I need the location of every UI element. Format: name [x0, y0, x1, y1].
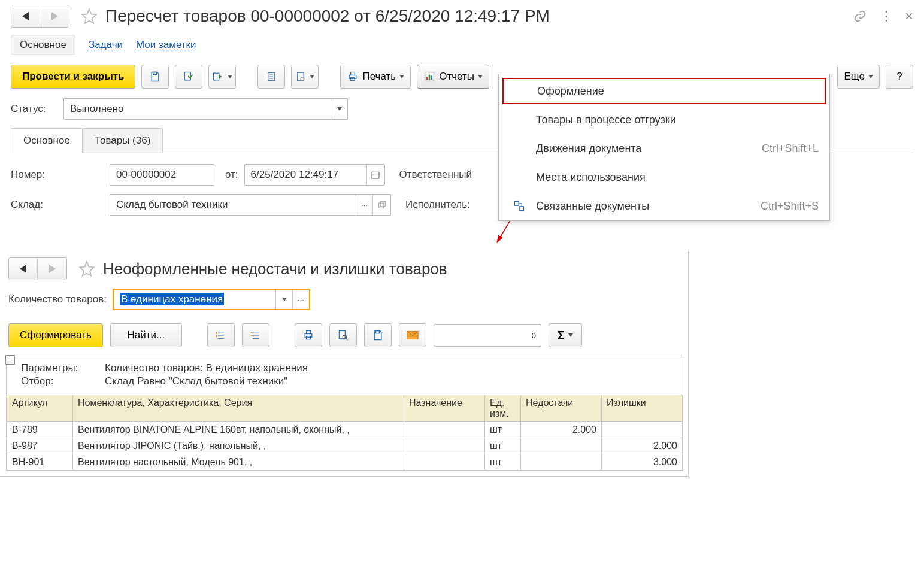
- kebab-icon[interactable]: ⋮: [880, 8, 892, 24]
- structure-button[interactable]: [257, 65, 285, 89]
- report-params-box: Параметры: Количество товаров: В единица…: [7, 356, 683, 395]
- favorite-star-icon[interactable]: [80, 7, 98, 25]
- help-button[interactable]: ?: [886, 65, 913, 89]
- chevron-down-icon[interactable]: [275, 290, 292, 309]
- dd-label: Связанные документы: [536, 200, 649, 213]
- print-report-button[interactable]: [295, 323, 322, 347]
- th-nomenclature: Номенклатура, Характеристика, Серия: [73, 395, 404, 422]
- post-button[interactable]: [175, 65, 202, 89]
- page-tab-goods[interactable]: Товары (36): [82, 128, 163, 153]
- preview-button[interactable]: [329, 323, 357, 347]
- date-field[interactable]: 6/25/2020 12:49:17: [244, 164, 385, 186]
- cell-surplus: 3.000: [602, 454, 683, 471]
- table-row[interactable]: В-789 Вентилятор BINATONE ALPINE 160вт, …: [7, 422, 683, 438]
- cell-article: В-987: [7, 438, 73, 454]
- close-icon[interactable]: ×: [905, 8, 913, 25]
- page-tab-main[interactable]: Основное: [11, 128, 83, 153]
- collapse-levels-button[interactable]: [242, 323, 269, 347]
- table-row[interactable]: ВН-901 Вентилятор настольный, Модель 901…: [7, 454, 683, 471]
- at-label: от:: [225, 169, 238, 181]
- view-tabs: Основное Задачи Мои заметки: [0, 28, 924, 65]
- cell-shortage: 2.000: [521, 422, 602, 438]
- svg-rect-14: [429, 75, 431, 80]
- dd-item-shipping-goods[interactable]: Товары в процессе отгрузки: [499, 105, 829, 134]
- post-and-close-button[interactable]: Провести и закрыть: [11, 65, 135, 89]
- cell-article: В-789: [7, 422, 73, 438]
- forward-button-2[interactable]: [38, 258, 66, 280]
- link-icon[interactable]: [853, 10, 867, 23]
- svg-rect-19: [380, 202, 385, 207]
- cell-surplus: [602, 422, 683, 438]
- sum-button[interactable]: Σ: [549, 323, 582, 347]
- document-header: Пересчет товаров 00-00000002 от 6/25/202…: [0, 0, 924, 28]
- view-tab-tasks[interactable]: Задачи: [89, 39, 123, 51]
- svg-line-28: [346, 339, 348, 341]
- cell-unit: шт: [485, 438, 521, 454]
- ellipsis-icon[interactable]: ···: [356, 195, 372, 215]
- qty-label: Количество товаров:: [8, 293, 107, 305]
- dd-shortcut: Ctrl+Shift+S: [761, 200, 819, 213]
- svg-rect-21: [520, 207, 524, 211]
- th-article: Артикул: [7, 395, 73, 422]
- save-report-button[interactable]: [364, 323, 392, 347]
- svg-rect-13: [426, 77, 428, 80]
- status-select[interactable]: Выполнено: [63, 98, 348, 120]
- table-row[interactable]: В-987 Вентилятор JIPONIC (Тайв.), наполь…: [7, 438, 683, 454]
- collapse-toggle[interactable]: –: [5, 355, 15, 365]
- more-button[interactable]: Еще: [837, 65, 880, 89]
- back-button[interactable]: [11, 5, 40, 27]
- dd-item-design[interactable]: Оформление: [502, 78, 826, 104]
- reports-button[interactable]: Отчеты: [417, 65, 489, 89]
- open-icon[interactable]: [372, 195, 390, 215]
- cell-unit: шт: [485, 454, 521, 471]
- reports-dropdown: Оформление Товары в процессе отгрузки Дв…: [498, 74, 830, 221]
- favorite-star-icon-2[interactable]: [78, 260, 96, 278]
- more-label: Еще: [844, 71, 865, 83]
- view-tab-notes[interactable]: Мои заметки: [136, 39, 196, 51]
- print-button[interactable]: Печать: [340, 65, 411, 89]
- th-surplus: Излишки: [602, 395, 683, 422]
- dd-shortcut: Ctrl+Shift+L: [762, 142, 819, 155]
- svg-rect-20: [515, 202, 519, 206]
- cell-shortage: [521, 454, 602, 471]
- create-based-on-button[interactable]: [208, 65, 236, 89]
- dd-item-related-documents[interactable]: Связанные документы Ctrl+Shift+S: [499, 192, 829, 220]
- date-value: 6/25/2020 12:49:17: [245, 169, 366, 181]
- cell-unit: шт: [485, 422, 521, 438]
- header-icons: ⋮ ×: [853, 8, 913, 25]
- send-email-button[interactable]: [399, 323, 426, 347]
- back-button-2[interactable]: [9, 258, 38, 280]
- cell-shortage: [521, 438, 602, 454]
- chevron-down-icon[interactable]: [331, 99, 347, 119]
- qty-select[interactable]: В единицах хранения ···: [113, 289, 310, 310]
- save-button[interactable]: [141, 65, 169, 89]
- cell-surplus: 2.000: [602, 438, 683, 454]
- svg-rect-29: [376, 331, 380, 333]
- warehouse-field[interactable]: Склад бытовой техники ···: [110, 194, 391, 216]
- generate-button[interactable]: Сформировать: [8, 323, 103, 347]
- sum-field[interactable]: [434, 324, 541, 347]
- view-tab-main[interactable]: Основное: [11, 35, 75, 55]
- app-window: Пересчет товаров 00-00000002 от 6/25/202…: [0, 0, 924, 561]
- cell-destination: [404, 438, 485, 454]
- status-value: Выполнено: [64, 103, 331, 115]
- qty-value: В единицах хранения: [114, 293, 275, 305]
- forward-button[interactable]: [40, 5, 69, 27]
- dd-item-usage-places[interactable]: Места использования: [499, 163, 829, 192]
- report-window: Неоформленные недостачи и излишки товаро…: [0, 251, 689, 477]
- filter-value: Склад Равно "Склад бытовой техники": [105, 375, 287, 387]
- ellipsis-icon[interactable]: ···: [292, 290, 309, 309]
- number-field[interactable]: 00-00000002: [110, 164, 214, 186]
- svg-rect-25: [307, 336, 311, 339]
- find-button[interactable]: Найти...: [110, 323, 182, 347]
- executor-label: Исполнитель:: [405, 199, 470, 211]
- svg-rect-9: [350, 75, 357, 79]
- print-label: Печать: [362, 71, 396, 83]
- cell-destination: [404, 454, 485, 471]
- calendar-icon[interactable]: [366, 165, 384, 185]
- expand-levels-button[interactable]: [207, 323, 235, 347]
- settings-button[interactable]: [291, 65, 319, 89]
- svg-rect-11: [351, 78, 355, 81]
- dd-item-document-movements[interactable]: Движения документа Ctrl+Shift+L: [499, 134, 829, 163]
- document-title: Пересчет товаров 00-00000002 от 6/25/202…: [105, 7, 853, 26]
